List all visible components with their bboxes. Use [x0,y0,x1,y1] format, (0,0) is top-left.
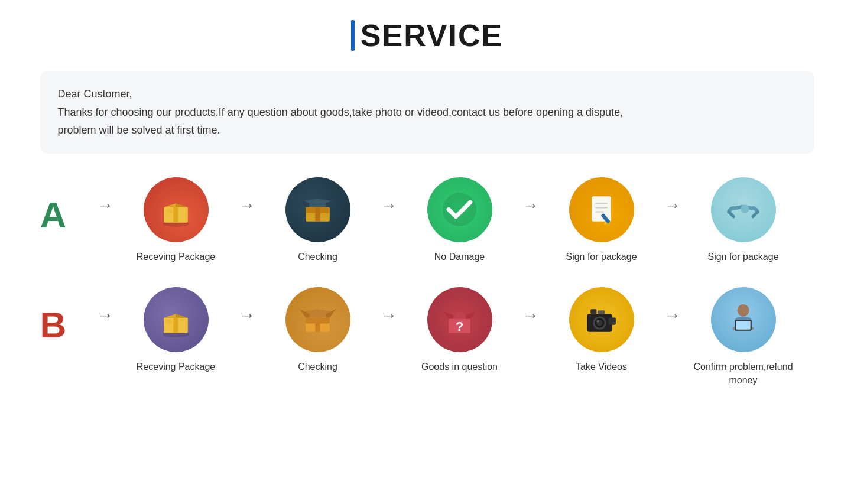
icon-a4-sign [569,177,634,242]
page-title: SERVICE [361,18,503,53]
label-b1: Receving Package [137,360,215,373]
arrow-a4: → [655,177,690,215]
svg-text:?: ? [456,318,464,333]
arrow-b3: → [513,287,548,325]
notice-line1: Dear Customer, [58,85,797,103]
svg-rect-8 [592,196,611,222]
svg-rect-2 [173,207,178,223]
svg-point-28 [596,320,599,322]
arrow-a3: → [513,177,548,215]
flow-section-b: B → Receving Package → [40,287,814,393]
letter-b: B [40,304,87,346]
svg-rect-30 [609,317,616,324]
letter-a: A [40,194,87,236]
step-b2: Checking [265,287,371,373]
page-title-section: SERVICE [351,18,503,53]
svg-rect-18 [166,320,172,323]
open-box-b-icon [298,301,337,339]
label-b4: Take Videos [576,360,627,373]
label-a5: Sign for package [707,251,778,264]
icon-b4-camera [569,287,634,352]
arrow-a2: → [371,177,407,215]
svg-rect-35 [736,321,750,329]
label-b2: Checking [298,360,337,373]
step-b5: Confirm problem,refund money [690,287,797,387]
svg-rect-6 [315,207,320,222]
icon-a2-checking [285,177,350,242]
step-b1: Receving Package [123,287,229,373]
icon-b5-refund [711,287,776,352]
camera-icon [582,301,621,339]
label-b3: Goods in question [421,360,498,373]
handshake-icon [724,190,762,229]
package-icon [157,190,195,229]
flow-section-a: A → [40,177,814,269]
label-a1: Receving Package [137,251,215,264]
title-accent-bar [351,20,355,51]
question-box-icon: ? [440,301,479,339]
arrow-b1: → [229,287,265,325]
step-b4: Take Videos [548,287,655,373]
icon-a3-nodamage [427,177,492,242]
notice-line3: problem will be solved at first time. [58,121,797,139]
step-a2: Checking [265,177,371,264]
icon-a1-receiving [144,177,209,242]
arrow-a0: → [87,177,123,215]
label-a4: Sign for package [566,251,637,264]
icon-b3-question: ? [427,287,492,352]
flow-row-a: A → [40,177,814,264]
arrow-b0: → [87,287,123,325]
svg-rect-17 [173,317,178,333]
notice-box: Dear Customer, Thanks for choosing our p… [40,71,814,154]
arrow-b2: → [371,287,407,325]
label-a3: No Damage [434,251,485,264]
svg-point-14 [741,205,749,213]
flow-row-b: B → Receving Package → [40,287,814,387]
icon-b2-checking [285,287,350,352]
step-a3: No Damage [407,177,513,264]
notice-line2: Thanks for choosing our products.If any … [58,103,797,122]
label-a2: Checking [298,251,337,264]
step-a1: Receving Package [123,177,229,264]
open-box-icon [298,190,337,229]
svg-rect-3 [166,210,172,213]
step-a4: Sign for package [548,177,655,264]
document-sign-icon [582,190,621,229]
svg-rect-29 [590,309,596,314]
step-a5: Sign for package [690,177,797,264]
svg-rect-31 [598,310,605,314]
svg-point-32 [737,304,749,316]
arrow-b4: → [655,287,690,325]
arrow-a1: → [229,177,265,215]
checkmark-icon [440,190,479,229]
label-b5: Confirm problem,refund money [690,360,797,387]
icon-b1-receiving [144,287,209,352]
person-laptop-icon [724,301,762,339]
step-b3: ? Goods in question [407,287,513,373]
package-b-icon [157,301,195,339]
svg-rect-21 [315,317,320,331]
icon-a5-handshake [711,177,776,242]
